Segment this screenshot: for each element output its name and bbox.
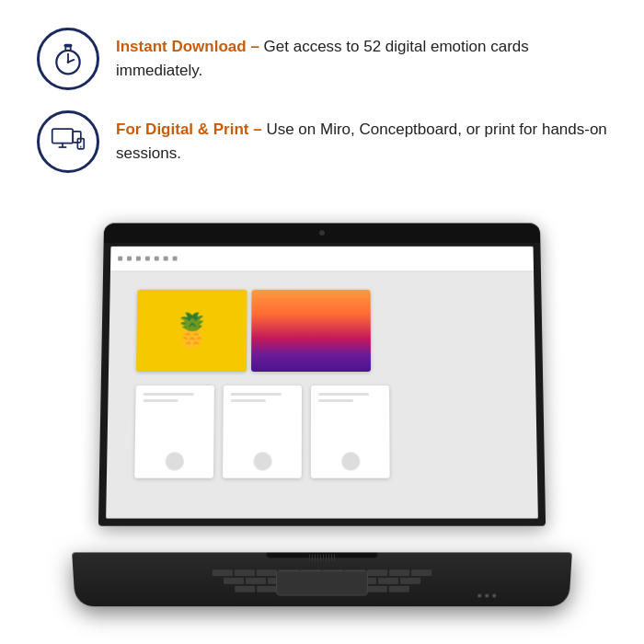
key	[411, 569, 431, 576]
card-white-2	[223, 385, 302, 478]
toolbar-dot-2	[127, 257, 132, 261]
indicator-dot-3	[492, 594, 496, 598]
key	[257, 586, 277, 592]
vent-line-6	[323, 554, 324, 561]
card-avatar-1	[165, 452, 183, 470]
svg-rect-2	[63, 44, 72, 48]
devices-icon	[51, 124, 86, 159]
laptop-screen-outer: 🍍	[98, 223, 546, 525]
feature-row-download: Instant Download – Get access to 52 digi…	[37, 28, 607, 90]
card-line-1	[144, 393, 194, 396]
key	[224, 578, 244, 584]
laptop-display: 🍍	[106, 247, 538, 519]
sunset-gradient	[251, 290, 371, 372]
card-white-2-content	[223, 385, 302, 478]
laptop-trackpad	[276, 570, 368, 595]
card-white-3	[311, 385, 390, 478]
stopwatch-icon	[51, 41, 86, 76]
card-line-2	[144, 399, 178, 402]
vent-line-1	[309, 554, 310, 561]
key	[367, 569, 387, 576]
key	[400, 578, 420, 584]
laptop-scene: 🍍	[55, 221, 589, 607]
key	[367, 586, 387, 592]
key	[213, 569, 233, 576]
card-avatar-3	[341, 452, 360, 470]
key	[389, 586, 409, 592]
key	[378, 578, 398, 584]
toolbar-dot-3	[136, 257, 141, 261]
vent-line-2	[312, 554, 313, 561]
card-white-1	[134, 385, 214, 478]
card-line-3	[231, 393, 282, 396]
card-line-6	[318, 399, 353, 402]
page-container: Instant Download – Get access to 52 digi…	[0, 0, 644, 644]
toolbar-dot-5	[155, 257, 159, 261]
feature-text-download: Instant Download – Get access to 52 digi…	[116, 28, 607, 82]
vent-line-5	[320, 554, 321, 561]
laptop-vent	[309, 554, 335, 561]
vent-line-10	[334, 554, 335, 561]
card-avatar-2	[253, 452, 271, 470]
card-white-1-content	[134, 385, 214, 478]
stopwatch-icon-circle	[37, 28, 99, 90]
indicator-dot-1	[477, 594, 481, 598]
feature-highlight-digital: For Digital & Print –	[116, 121, 262, 138]
feature-row-digital: For Digital & Print – Use on Miro, Conce…	[37, 110, 607, 173]
toolbar-dot-7	[173, 257, 178, 261]
laptop-base	[72, 552, 572, 606]
feature-text-digital: For Digital & Print – Use on Miro, Conce…	[116, 110, 607, 165]
feature-highlight-download: Instant Download –	[116, 38, 259, 55]
card-white-3-content	[311, 385, 390, 478]
vent-line-7	[326, 554, 327, 561]
svg-rect-6	[52, 129, 73, 144]
key	[235, 569, 255, 576]
card-line-4	[231, 399, 266, 402]
card-line-5	[318, 393, 369, 396]
vent-line-9	[331, 554, 332, 561]
vent-line-8	[328, 554, 329, 561]
key	[389, 569, 409, 576]
camera-dot	[319, 230, 325, 236]
vent-line-4	[317, 554, 318, 561]
key	[257, 569, 277, 576]
toolbar-dot-6	[164, 257, 168, 261]
laptop-indicator-dots	[477, 594, 496, 598]
key	[235, 586, 255, 592]
card-pineapple: 🍍	[136, 290, 247, 372]
screen-canvas: 🍍	[106, 271, 538, 518]
indicator-dot-2	[485, 594, 489, 598]
laptop-illustration: 🍍	[37, 202, 607, 626]
vent-line-3	[315, 554, 316, 561]
svg-point-5	[67, 61, 70, 63]
screen-toolbar	[110, 247, 534, 271]
toolbar-dot-1	[118, 257, 122, 261]
toolbar-dot-4	[145, 257, 150, 261]
devices-icon-circle	[37, 110, 99, 173]
card-sunset	[251, 290, 371, 372]
pineapple-emoji: 🍍	[171, 314, 213, 347]
key	[246, 578, 266, 584]
laptop-camera-bar	[104, 223, 541, 242]
